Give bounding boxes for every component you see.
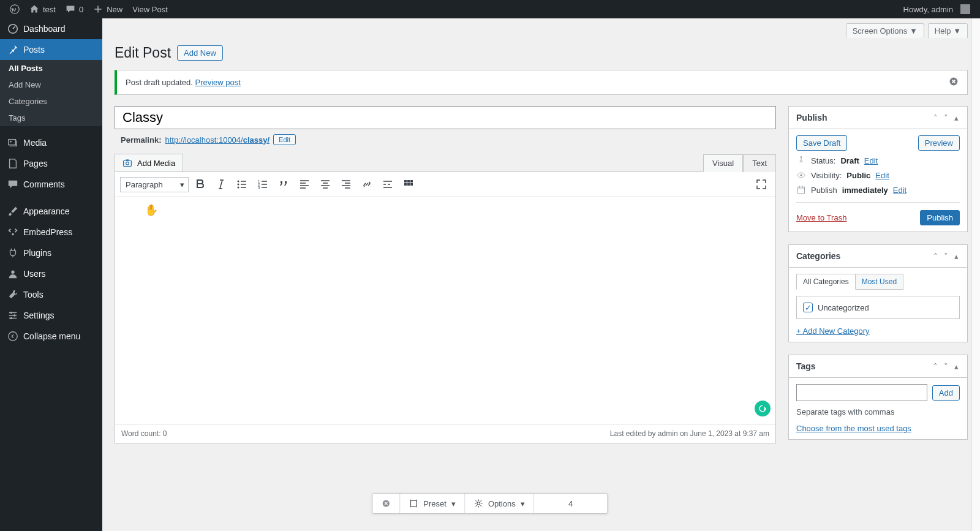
svg-point-5 bbox=[11, 271, 14, 274]
plug-icon bbox=[7, 247, 18, 258]
svg-point-14 bbox=[238, 181, 239, 183]
howdy-link[interactable]: Howdy, admin bbox=[899, 0, 975, 18]
tags-input[interactable] bbox=[796, 384, 927, 401]
view-post-link[interactable]: View Post bbox=[127, 0, 173, 18]
save-draft-button[interactable]: Save Draft bbox=[796, 135, 847, 151]
move-down-icon[interactable]: ˅ bbox=[943, 362, 949, 371]
read-more-button[interactable] bbox=[379, 176, 397, 193]
category-uncategorized[interactable]: ✓ Uncategorized bbox=[803, 303, 953, 312]
move-to-trash-link[interactable]: Move to Trash bbox=[796, 213, 846, 222]
post-title-input[interactable] bbox=[115, 106, 776, 129]
move-down-icon[interactable]: ˅ bbox=[943, 113, 949, 122]
bold-button[interactable] bbox=[191, 176, 209, 193]
move-up-icon[interactable]: ˄ bbox=[932, 252, 939, 261]
numbered-list-button[interactable]: 123 bbox=[254, 176, 272, 193]
help-tab[interactable]: Help ▼ bbox=[928, 23, 968, 38]
site-link[interactable]: test bbox=[24, 0, 61, 18]
pin-icon bbox=[7, 44, 18, 55]
comments-link[interactable]: 0 bbox=[61, 0, 88, 18]
choose-tags-link[interactable]: Choose from the most used tags bbox=[796, 424, 911, 433]
fullscreen-button[interactable] bbox=[752, 176, 771, 193]
tab-visual[interactable]: Visual bbox=[703, 154, 743, 172]
align-left-button[interactable] bbox=[295, 176, 314, 193]
svg-point-9 bbox=[9, 332, 17, 341]
comment-icon bbox=[66, 4, 75, 14]
blockquote-button[interactable] bbox=[274, 176, 293, 193]
svg-point-4 bbox=[12, 233, 14, 236]
svg-point-16 bbox=[238, 187, 239, 189]
paragraph-select[interactable]: Paragraph▾ bbox=[120, 177, 189, 192]
site-name: test bbox=[43, 5, 56, 14]
wp-logo[interactable] bbox=[5, 0, 24, 18]
toggle-icon[interactable]: ▴ bbox=[953, 113, 960, 122]
edit-permalink-button[interactable]: Edit bbox=[273, 134, 296, 145]
tab-text[interactable]: Text bbox=[743, 154, 776, 172]
collapse-icon bbox=[7, 331, 18, 342]
menu-media[interactable]: Media bbox=[0, 132, 102, 153]
dismiss-icon[interactable] bbox=[949, 77, 959, 88]
italic-button[interactable] bbox=[212, 176, 230, 193]
submenu-all-posts[interactable]: All Posts bbox=[0, 60, 102, 77]
submenu-add-new[interactable]: Add New bbox=[0, 77, 102, 93]
preview-post-link[interactable]: Preview post bbox=[195, 78, 240, 87]
menu-posts[interactable]: Posts bbox=[0, 39, 102, 60]
user-icon bbox=[7, 268, 18, 279]
svg-point-3 bbox=[10, 141, 12, 143]
toggle-icon[interactable]: ▴ bbox=[953, 252, 960, 261]
move-up-icon[interactable]: ˄ bbox=[932, 362, 939, 371]
link-button[interactable] bbox=[358, 176, 376, 193]
add-new-button[interactable]: Add New bbox=[177, 45, 223, 61]
editor-toolbar: Paragraph▾ 123 bbox=[115, 172, 775, 197]
move-down-icon[interactable]: ˅ bbox=[943, 252, 949, 261]
categories-title: Categories bbox=[796, 251, 840, 261]
preview-button[interactable]: Preview bbox=[918, 135, 960, 151]
menu-dashboard[interactable]: Dashboard bbox=[0, 18, 102, 39]
scrollbar[interactable] bbox=[971, 18, 980, 476]
calendar-icon bbox=[796, 185, 806, 195]
menu-plugins[interactable]: Plugins bbox=[0, 243, 102, 263]
quote-icon bbox=[277, 178, 290, 190]
menu-appearance[interactable]: Appearance bbox=[0, 201, 102, 222]
editor-content[interactable]: ✋ bbox=[115, 197, 775, 424]
publish-box: Publish ˄ ˅ ▴ Save Draft Preview Status:… bbox=[788, 106, 968, 232]
menu-embedpress[interactable]: EmbedPress bbox=[0, 222, 102, 243]
bullet-list-button[interactable] bbox=[233, 176, 251, 193]
menu-settings[interactable]: Settings bbox=[0, 305, 102, 326]
edit-visibility-link[interactable]: Edit bbox=[875, 171, 889, 180]
menu-users[interactable]: Users bbox=[0, 263, 102, 284]
align-right-button[interactable] bbox=[337, 176, 355, 193]
menu-collapse[interactable]: Collapse menu bbox=[0, 326, 102, 347]
menu-pages[interactable]: Pages bbox=[0, 153, 102, 174]
add-new-category-link[interactable]: + Add New Category bbox=[796, 326, 870, 336]
svg-rect-23 bbox=[404, 183, 407, 186]
tab-most-used[interactable]: Most Used bbox=[856, 274, 903, 290]
link-icon bbox=[361, 178, 373, 190]
submenu-tags[interactable]: Tags bbox=[0, 110, 102, 126]
align-center-button[interactable] bbox=[316, 176, 334, 193]
add-media-button[interactable]: Add Media bbox=[115, 154, 183, 172]
align-center-icon bbox=[319, 178, 331, 190]
new-link[interactable]: New bbox=[88, 0, 127, 18]
add-tag-button[interactable]: Add bbox=[932, 385, 960, 401]
svg-rect-11 bbox=[124, 160, 132, 167]
svg-point-8 bbox=[10, 317, 13, 320]
screen-options-tab[interactable]: Screen Options ▼ bbox=[846, 23, 924, 38]
submenu-categories[interactable]: Categories bbox=[0, 93, 102, 110]
publish-button[interactable]: Publish bbox=[920, 210, 960, 225]
publish-title: Publish bbox=[796, 113, 827, 122]
move-up-icon[interactable]: ˄ bbox=[932, 113, 939, 122]
permalink-url[interactable]: http://localhost:10004/classy/ bbox=[165, 135, 270, 145]
tab-all-categories[interactable]: All Categories bbox=[796, 274, 856, 290]
menu-comments[interactable]: Comments bbox=[0, 174, 102, 195]
toolbar-toggle-button[interactable] bbox=[399, 176, 418, 193]
svg-point-27 bbox=[800, 174, 802, 176]
menu-tools[interactable]: Tools bbox=[0, 284, 102, 305]
edit-status-link[interactable]: Edit bbox=[864, 156, 878, 165]
checkbox-checked-icon[interactable]: ✓ bbox=[803, 303, 813, 312]
grammarly-badge[interactable] bbox=[755, 401, 771, 416]
svg-rect-24 bbox=[407, 183, 410, 186]
edit-date-link[interactable]: Edit bbox=[893, 186, 907, 195]
new-label: New bbox=[107, 5, 123, 14]
content: Screen Options ▼ Help ▼ Edit Post Add Ne… bbox=[102, 18, 980, 476]
toggle-icon[interactable]: ▴ bbox=[953, 362, 960, 371]
